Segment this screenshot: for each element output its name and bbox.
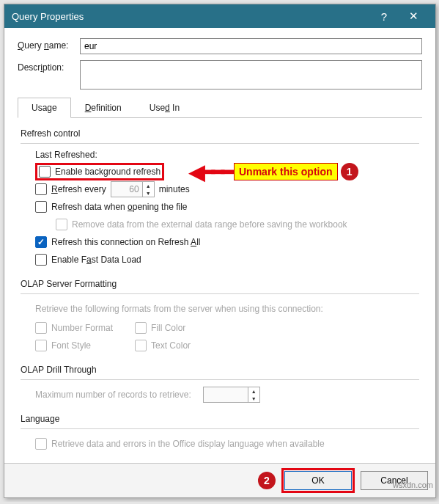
fast-load-checkbox[interactable] (35, 254, 47, 266)
remove-data-label: Remove data from the external data range… (72, 219, 347, 230)
tab-strip: Usage Definition Used In (18, 97, 422, 118)
olap-formatting-section: OLAP Server Formatting Retrieve the foll… (21, 279, 419, 354)
fill-color-checkbox (135, 322, 147, 334)
query-name-input[interactable] (80, 38, 422, 54)
refresh-every-label: Refresh every (51, 184, 106, 194)
last-refreshed-label: Last Refreshed: (35, 150, 419, 160)
olap-drill-section: OLAP Drill Through Maximum number of rec… (21, 365, 419, 403)
watermark: wsxdn.com (393, 481, 433, 489)
tab-usage[interactable]: Usage (18, 98, 71, 118)
font-style-checkbox (35, 340, 47, 351)
language-checkbox (35, 438, 47, 450)
section-title-olap-fmt: OLAP Server Formatting (21, 279, 419, 289)
dialog-footer: 2 OK Cancel (4, 463, 435, 497)
close-icon[interactable]: ✕ (399, 4, 428, 28)
help-icon[interactable]: ? (369, 4, 399, 28)
fast-load-label: Enable Fast Data Load (51, 255, 141, 265)
annotation-badge-1: 1 (341, 163, 358, 180)
remove-data-checkbox (56, 219, 67, 230)
arrow-icon: ◀━━━ (189, 160, 231, 184)
language-label: Retrieve data and errors in the Office d… (51, 439, 325, 449)
tab-definition[interactable]: Definition (71, 98, 136, 118)
chevron-up-icon: ▲ (248, 387, 259, 395)
titlebar: Query Properties ? ✕ (4, 4, 435, 28)
annotation-badge-2: 2 (258, 472, 276, 489)
annotation-label: Unmark this option (234, 163, 338, 180)
enable-bg-refresh-checkbox[interactable] (39, 166, 51, 178)
refresh-on-open-label: Refresh data when opening the file (51, 202, 187, 212)
dialog-content: Query name: Description: Usage Definitio… (4, 28, 435, 463)
chevron-down-icon[interactable]: ▼ (143, 189, 154, 197)
section-title-language: Language (21, 414, 419, 424)
refresh-every-checkbox[interactable] (35, 183, 47, 195)
chevron-up-icon[interactable]: ▲ (143, 182, 154, 189)
description-label: Description: (18, 60, 80, 73)
dialog-title: Query Properties (12, 11, 369, 22)
max-records-label: Maximum number of records to retrieve: (35, 390, 191, 400)
olap-desc: Retrieve the following formats from the … (35, 300, 419, 318)
refresh-all-label: Refresh this connection on Refresh All (51, 237, 200, 247)
ok-button[interactable]: OK (284, 471, 352, 490)
text-color-checkbox (135, 340, 147, 351)
refresh-control-section: Refresh control Last Refreshed: Enable b… (21, 128, 419, 269)
refresh-on-open-checkbox[interactable] (35, 201, 47, 213)
chevron-down-icon: ▼ (248, 395, 259, 402)
query-name-label: Query name: (18, 38, 80, 51)
tab-used-in[interactable]: Used In (136, 98, 193, 118)
minutes-label: minutes (159, 184, 190, 194)
refresh-every-spinner[interactable]: ▲▼ (111, 181, 155, 197)
tab-panel: Refresh control Last Refreshed: Enable b… (18, 118, 422, 459)
enable-bg-refresh-label: Enable background refresh (55, 167, 161, 177)
query-properties-dialog: Query Properties ? ✕ Query name: Descrip… (4, 4, 436, 498)
section-title-refresh: Refresh control (21, 128, 419, 139)
number-format-checkbox (35, 322, 47, 334)
language-section: Language Retrieve data and errors in the… (21, 414, 419, 453)
description-input[interactable] (80, 60, 422, 90)
section-title-olap-drill: OLAP Drill Through (21, 365, 419, 375)
max-records-spinner: ▲▼ (203, 387, 260, 403)
refresh-all-checkbox[interactable] (35, 236, 47, 248)
